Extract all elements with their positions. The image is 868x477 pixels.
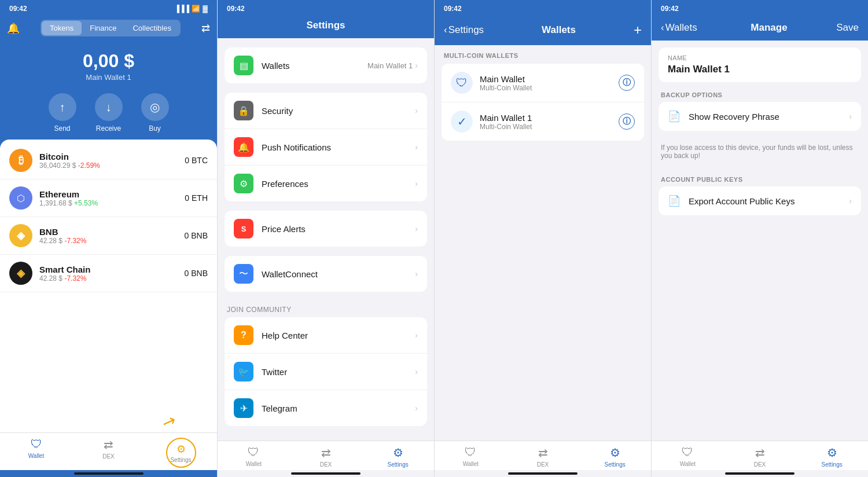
tab-settings-2[interactable]: ⚙ Settings (362, 446, 434, 468)
wallets-nav-title: Wallets (488, 24, 629, 36)
settings-tab-label-3: Settings (605, 461, 626, 468)
panel1-header: 🔔 Tokens Finance Collectibles ⇄ (0, 15, 217, 41)
settings-tab-label-4: Settings (822, 461, 843, 468)
tab-settings-3[interactable]: ⚙ Settings (579, 446, 651, 468)
price-alerts-label: Price Alerts (262, 224, 415, 234)
main1-wallet-shield: ✓ (451, 111, 473, 133)
tab-wallet-2[interactable]: 🛡 Wallet (218, 446, 290, 468)
settings-row-prefs[interactable]: ⚙ Preferences › (225, 166, 427, 201)
ethereum-price: 1,391.68 $ +5.53% (39, 199, 185, 207)
show-recovery-row[interactable]: 📄 Show Recovery Phrase › (659, 102, 861, 131)
community-label: JOIN COMMUNITY (225, 301, 427, 317)
status-icons-1: ▐▐▐ 📶 ▓ (175, 5, 208, 13)
backup-section-header: BACKUP OPTIONS (652, 82, 868, 102)
settings-row-twitter[interactable]: 🐦 Twitter › (225, 354, 427, 390)
save-button[interactable]: Save (836, 22, 859, 34)
bitcoin-price: 36,040.29 $ -2.59% (39, 162, 185, 170)
back-button-3[interactable]: ‹ Settings (444, 24, 484, 36)
tab-dex-3[interactable]: ⇄ DEX (507, 446, 579, 468)
add-wallet-button[interactable]: + (634, 22, 642, 38)
export-keys-label: Export Account Public Keys (689, 196, 849, 206)
wallet-row-main[interactable]: 🛡 Main Wallet Multi-Coin Wallet ⓘ (442, 64, 644, 102)
dex-tab-label-3: DEX (537, 461, 549, 468)
recovery-doc-icon: 📄 (668, 110, 681, 123)
settings-row-security[interactable]: 🔒 Security › (225, 93, 427, 129)
tab-settings-1[interactable]: ⚙ Settings (145, 438, 217, 468)
tab-tokens[interactable]: Tokens (42, 21, 82, 35)
wallet-name-section: Name Main Wallet 1 (659, 47, 861, 82)
twitter-chevron: › (415, 367, 418, 376)
tab-collectibles[interactable]: Collectibles (124, 21, 179, 35)
wallet-balance: 0,00 $ Main Wallet 1 (0, 41, 217, 86)
dex-tab-label-2: DEX (320, 461, 332, 468)
settings-row-telegram[interactable]: ✈ Telegram › (225, 390, 427, 426)
community-section: ? Help Center › 🐦 Twitter › ✈ Telegram › (225, 317, 427, 426)
tab-dex-2[interactable]: ⇄ DEX (290, 446, 362, 468)
dex-tab-icon: ⇄ (104, 438, 113, 452)
main-tab-group: Tokens Finance Collectibles (41, 20, 181, 36)
backup-section: 📄 Show Recovery Phrase › (659, 102, 861, 131)
push-chevron: › (415, 142, 418, 152)
ethereum-icon: ⬡ (9, 186, 32, 210)
settings-tab-icon-1: ⚙ (176, 443, 186, 456)
settings-row-price-alerts[interactable]: S Price Alerts › (225, 211, 427, 247)
tab-settings-4[interactable]: ⚙ Settings (796, 446, 868, 468)
main1-wallet-info-btn[interactable]: ⓘ (619, 113, 635, 130)
bitcoin-amount: 0 BTC (185, 156, 208, 165)
send-button[interactable]: ↑ Send (49, 93, 76, 133)
bnb-icon: ◈ (9, 224, 32, 247)
settings-row-push[interactable]: 🔔 Push Notifications › (225, 129, 427, 166)
price-alerts-section: S Price Alerts › (225, 211, 427, 247)
bnb-info: BNB 42.28 $ -7.32% (39, 227, 185, 245)
coin-item-smartchain[interactable]: ◈ Smart Chain 42.28 $ -7.32% 0 BNB (0, 255, 217, 292)
wallet-tab-icon: 🛡 (31, 438, 42, 451)
walletconnect-chevron: › (415, 269, 418, 278)
tab-finance[interactable]: Finance (82, 21, 124, 35)
main-wallet-shield: 🛡 (451, 72, 473, 94)
coin-item-bnb[interactable]: ◈ BNB 42.28 $ -7.32% 0 BNB (0, 217, 217, 255)
coin-item-ethereum[interactable]: ⬡ Ethereum 1,391.68 $ +5.53% 0 ETH (0, 179, 217, 217)
tab-wallet-1[interactable]: 🛡 Wallet (0, 438, 72, 468)
settings-nav-bar: Settings (218, 15, 434, 38)
telegram-icon: ✈ (234, 398, 253, 418)
settings-row-wallets[interactable]: ▤ Wallets Main Wallet 1 › (225, 47, 427, 83)
status-bar-1: 09:42 ▐▐▐ 📶 ▓ (0, 0, 217, 15)
tab-dex-1[interactable]: ⇄ DEX (72, 438, 145, 468)
bottom-tab-bar-3: 🛡 Wallet ⇄ DEX ⚙ Settings (435, 441, 651, 470)
settings-tab-label-2: Settings (388, 461, 409, 468)
buy-button[interactable]: ◎ Buy (141, 93, 169, 133)
wallets-content: MULTI-COIN WALLETS 🛡 Main Wallet Multi-C… (435, 45, 651, 441)
receive-button[interactable]: ↓ Receive (95, 93, 123, 133)
time-4: 09:42 (661, 5, 679, 13)
settings-row-walletconnect[interactable]: 〜 WalletConnect › (225, 256, 427, 292)
manage-nav-title: Manage (702, 22, 836, 34)
battery-icon: ▓ (203, 5, 208, 13)
settings-row-help[interactable]: ? Help Center › (225, 317, 427, 354)
back-label-3: Settings (448, 24, 484, 36)
notification-icon[interactable]: 🔔 (7, 22, 20, 35)
dex-tab-label-4: DEX (754, 461, 766, 468)
back-button-4[interactable]: ‹ Wallets (661, 22, 697, 34)
settings-tab-label-1: Settings (170, 457, 191, 463)
keys-doc-icon: 📄 (668, 195, 681, 207)
wallet-row-main1[interactable]: ✓ Main Wallet 1 Multi-Coin Wallet ⓘ (442, 102, 644, 141)
coin-list: ₿ Bitcoin 36,040.29 $ -2.59% 0 BTC ⬡ Eth… (0, 140, 217, 432)
settings-tab-icon-2: ⚙ (393, 446, 403, 460)
security-icon: 🔒 (234, 101, 253, 120)
smartchain-icon: ◈ (9, 262, 32, 285)
name-field-label: Name (668, 54, 852, 61)
smartchain-amount: 0 BNB (185, 269, 208, 278)
export-keys-row[interactable]: 📄 Export Account Public Keys › (659, 186, 861, 215)
buy-label: Buy (149, 124, 161, 133)
tab-wallet-4[interactable]: 🛡 Wallet (652, 446, 724, 468)
filter-icon[interactable]: ⇄ (201, 22, 210, 35)
tab-dex-4[interactable]: ⇄ DEX (724, 446, 796, 468)
tab-wallet-3[interactable]: 🛡 Wallet (435, 446, 507, 468)
main-wallet-info-btn[interactable]: ⓘ (619, 75, 635, 91)
coin-item-bitcoin[interactable]: ₿ Bitcoin 36,040.29 $ -2.59% 0 BTC (0, 142, 217, 179)
help-icon: ? (234, 325, 253, 345)
wallets-value: Main Wallet 1 (367, 61, 413, 70)
wallet-tab-icon-4: 🛡 (682, 446, 693, 459)
bitcoin-info: Bitcoin 36,040.29 $ -2.59% (39, 152, 185, 170)
settings-circle-highlight: ⚙ Settings (166, 438, 196, 468)
